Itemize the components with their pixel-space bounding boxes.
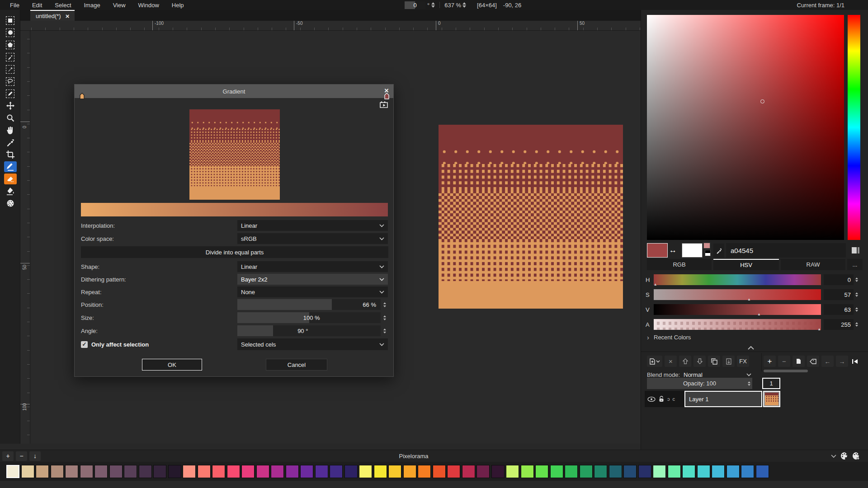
- palette-swatch[interactable]: [36, 465, 49, 478]
- palette-swatch[interactable]: [741, 465, 754, 478]
- palette-swatch[interactable]: [109, 465, 123, 478]
- dialog-titlebar[interactable]: Gradient ×: [75, 84, 393, 98]
- gradient-handle-left[interactable]: [80, 93, 85, 99]
- move-layer-down-button[interactable]: [693, 356, 706, 367]
- add-frame-button[interactable]: +: [764, 356, 776, 367]
- position-spinner-icon[interactable]: [381, 299, 388, 310]
- value-spinner-icon[interactable]: [855, 307, 858, 312]
- ok-button[interactable]: OK: [142, 359, 202, 371]
- animate-icon[interactable]: [380, 101, 388, 109]
- menu-view[interactable]: View: [108, 2, 131, 9]
- palette-swatch[interactable]: [21, 465, 34, 478]
- layer-cel-thumbnail[interactable]: [763, 391, 780, 407]
- secondary-color-swatch[interactable]: [682, 243, 703, 258]
- swap-colors-icon[interactable]: ↔: [669, 246, 677, 255]
- tool-zoom[interactable]: [4, 113, 17, 123]
- size-spinner-icon[interactable]: [381, 312, 388, 323]
- saturation-spinner-icon[interactable]: [855, 292, 858, 297]
- repeat-dropdown[interactable]: None: [237, 286, 388, 297]
- palette-swatch[interactable]: [403, 465, 416, 478]
- menu-edit[interactable]: Edit: [27, 2, 47, 9]
- edit-palette-icon[interactable]: [840, 451, 849, 460]
- palette-swatch[interactable]: [697, 465, 710, 478]
- timeline-scrollbar[interactable]: [764, 370, 808, 372]
- alpha-value[interactable]: 255: [824, 319, 854, 330]
- tool-color-select[interactable]: [4, 52, 17, 62]
- palette-swatch[interactable]: [535, 465, 548, 478]
- menu-window[interactable]: Window: [133, 2, 165, 9]
- rotation-spinner-icon[interactable]: [431, 2, 435, 8]
- color-space-dropdown[interactable]: sRGB: [237, 233, 388, 244]
- saturation-slider[interactable]: ▲: [654, 289, 821, 300]
- mini-right-color[interactable]: [705, 250, 711, 256]
- palette-swatch[interactable]: [565, 465, 578, 478]
- clone-layer-button[interactable]: [708, 356, 720, 367]
- palette-swatch[interactable]: [609, 465, 622, 478]
- palette-swatch[interactable]: [359, 465, 372, 478]
- angle-spinner-icon[interactable]: [381, 325, 388, 336]
- palette-swatch[interactable]: [168, 465, 181, 478]
- palette-swatch[interactable]: [330, 465, 343, 478]
- go-to-first-frame-button[interactable]: [849, 356, 861, 367]
- hue-value[interactable]: 0: [824, 274, 854, 285]
- palette-swatch[interactable]: [638, 465, 651, 478]
- cel-link-right-icon[interactable]: c: [673, 396, 675, 402]
- palette-swatch[interactable]: [65, 465, 78, 478]
- value-value[interactable]: 63: [824, 304, 854, 315]
- palette-swatch[interactable]: [80, 465, 93, 478]
- zoom-level[interactable]: 637 %: [444, 2, 461, 9]
- tab-more[interactable]: ...: [847, 259, 863, 270]
- palette-swatch[interactable]: [139, 465, 152, 478]
- clone-frame-button[interactable]: [793, 356, 805, 367]
- menu-help[interactable]: Help: [166, 2, 189, 9]
- tab-untitled[interactable]: untitled(*) ×: [30, 10, 75, 21]
- cel-link-left-icon[interactable]: ɔ: [667, 396, 670, 402]
- horizontal-ruler[interactable]: -100 -50 0 50: [20, 21, 641, 31]
- palette-swatch[interactable]: [241, 465, 255, 478]
- palette-swatch[interactable]: [712, 465, 725, 478]
- divide-equal-parts-button[interactable]: Divide into equal parts: [81, 246, 388, 258]
- alpha-slider[interactable]: ▲: [654, 319, 821, 330]
- palette-swatch[interactable]: [550, 465, 563, 478]
- palette-swatch[interactable]: [623, 465, 637, 478]
- palette-swatch[interactable]: [491, 465, 505, 478]
- palette-select-chevron-icon[interactable]: [831, 455, 836, 458]
- palette-swatch[interactable]: [756, 465, 769, 478]
- tab-raw[interactable]: RAW: [781, 259, 845, 270]
- tool-move[interactable]: [4, 100, 17, 111]
- position-slider[interactable]: 66 %: [237, 299, 381, 310]
- palette-swatch[interactable]: [315, 465, 328, 478]
- mini-left-color[interactable]: [703, 243, 710, 249]
- palette-swatch[interactable]: [374, 465, 387, 478]
- palette-swatch[interactable]: [462, 465, 475, 478]
- color-square-picker[interactable]: [647, 15, 844, 240]
- layer-visibility-icon[interactable]: [647, 397, 656, 402]
- gradient-bar[interactable]: [81, 203, 388, 216]
- menu-file[interactable]: File: [5, 2, 25, 9]
- tool-crop[interactable]: [4, 149, 17, 160]
- palette-swatch[interactable]: [521, 465, 534, 478]
- tool-rectangle-select[interactable]: [4, 15, 17, 26]
- tool-lasso[interactable]: [4, 76, 17, 87]
- hue-slider[interactable]: ▲: [654, 274, 821, 285]
- vertical-ruler[interactable]: 0 50 100: [20, 31, 30, 444]
- move-layer-up-button[interactable]: [679, 356, 691, 367]
- menu-select[interactable]: Select: [49, 2, 76, 9]
- palette-swatch[interactable]: [286, 465, 299, 478]
- palette-swatch[interactable]: [344, 465, 358, 478]
- palette-swatch[interactable]: [51, 465, 64, 478]
- merge-layer-button[interactable]: [722, 356, 735, 367]
- add-layer-button[interactable]: [647, 356, 662, 367]
- layer-lock-icon[interactable]: [658, 396, 665, 403]
- cels-dropdown[interactable]: Selected cels: [237, 338, 388, 350]
- palette-swatch[interactable]: [476, 465, 490, 478]
- tab-hsv[interactable]: HSV: [713, 259, 779, 270]
- menu-image[interactable]: Image: [79, 2, 106, 9]
- tool-paint-select[interactable]: [4, 88, 17, 99]
- palette-swatch[interactable]: [153, 465, 166, 478]
- palette-swatch[interactable]: [183, 465, 196, 478]
- saturation-value[interactable]: 57: [824, 289, 854, 300]
- tool-eraser[interactable]: [4, 174, 17, 184]
- palette-swatch[interactable]: [212, 465, 225, 478]
- rotation-spinbox[interactable]: 0: [405, 1, 425, 9]
